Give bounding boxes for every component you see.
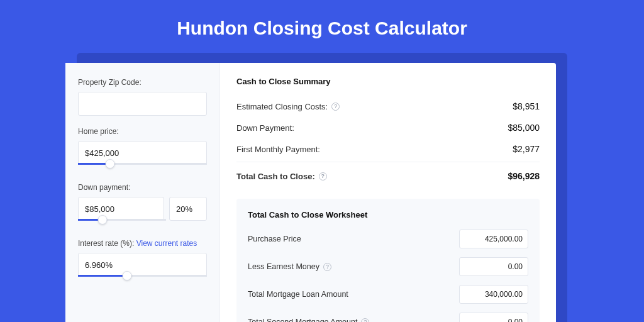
summary-heading: Cash to Close Summary	[236, 77, 540, 86]
down-payment-slider[interactable]	[78, 219, 166, 228]
interest-label: Interest rate (%): View current rates	[78, 239, 207, 248]
worksheet-card: Total Cash to Close Worksheet Purchase P…	[236, 199, 540, 322]
zip-label: Property Zip Code:	[78, 78, 207, 87]
summary-list: Estimated Closing Costs: ? $8,951 Down P…	[236, 96, 540, 187]
inputs-panel: Property Zip Code: Home price: Down paym…	[65, 63, 220, 322]
home-price-field-group: Home price:	[78, 127, 207, 172]
summary-value: $8,951	[513, 101, 540, 111]
summary-total-label: Total Cash to Close:	[236, 172, 315, 181]
interest-input[interactable]	[78, 253, 207, 277]
summary-row: First Monthly Payment: $2,977	[236, 139, 540, 160]
worksheet-input-earnest-money[interactable]	[459, 257, 528, 276]
home-price-slider[interactable]	[78, 163, 207, 172]
worksheet-label: Purchase Price	[248, 235, 301, 243]
down-payment-label: Down payment:	[78, 183, 207, 192]
worksheet-row: Total Mortgage Loan Amount	[248, 285, 528, 304]
worksheet-input-loan-amount[interactable]	[459, 285, 528, 304]
summary-total-value: $96,928	[508, 171, 540, 181]
slider-thumb[interactable]	[98, 215, 108, 225]
calculator-card-shadow: Property Zip Code: Home price: Down paym…	[77, 53, 567, 322]
summary-row: Down Payment: $85,000	[236, 118, 540, 139]
summary-total-row: Total Cash to Close: ? $96,928	[236, 162, 540, 187]
worksheet-label: Total Second Mortgage Amount	[248, 318, 357, 322]
summary-label-text: First Monthly Payment:	[236, 145, 320, 154]
help-icon[interactable]: ?	[319, 172, 327, 180]
worksheet-input-second-mortgage[interactable]	[459, 313, 528, 322]
summary-value: $85,000	[508, 123, 540, 133]
interest-slider[interactable]	[78, 275, 207, 284]
interest-label-text: Interest rate (%):	[78, 239, 134, 248]
worksheet-row: Purchase Price	[248, 230, 528, 248]
view-rates-link[interactable]: View current rates	[136, 239, 197, 248]
worksheet-label: Total Mortgage Loan Amount	[248, 290, 348, 299]
calculator-card: Property Zip Code: Home price: Down paym…	[65, 63, 556, 322]
slider-thumb[interactable]	[106, 159, 115, 169]
summary-value: $2,977	[513, 144, 540, 154]
summary-label-text: Down Payment:	[236, 123, 294, 133]
slider-thumb[interactable]	[122, 271, 131, 280]
help-icon[interactable]: ?	[323, 263, 331, 271]
zip-input[interactable]	[78, 92, 207, 116]
worksheet-input-purchase-price[interactable]	[459, 230, 528, 248]
worksheet-heading: Total Cash to Close Worksheet	[248, 210, 528, 219]
home-price-label: Home price:	[78, 127, 207, 136]
interest-field-group: Interest rate (%): View current rates	[78, 239, 207, 284]
home-price-input[interactable]	[78, 141, 207, 165]
worksheet-label: Less Earnest Money	[248, 262, 319, 271]
zip-field-group: Property Zip Code:	[78, 78, 207, 116]
summary-label-text: Estimated Closing Costs:	[236, 102, 328, 111]
results-panel: Cash to Close Summary Estimated Closing …	[220, 63, 556, 322]
worksheet-row: Total Second Mortgage Amount ?	[248, 313, 528, 322]
help-icon[interactable]: ?	[331, 103, 340, 111]
page-title: Hundon Closing Cost Calculator	[0, 0, 644, 53]
down-payment-field-group: Down payment:	[78, 183, 207, 228]
down-payment-pct-input[interactable]	[169, 197, 207, 221]
down-payment-input[interactable]	[78, 197, 164, 221]
worksheet-row: Less Earnest Money ?	[248, 257, 528, 276]
summary-row: Estimated Closing Costs: ? $8,951	[236, 96, 540, 118]
slider-fill	[78, 275, 127, 277]
help-icon[interactable]: ?	[361, 318, 369, 323]
